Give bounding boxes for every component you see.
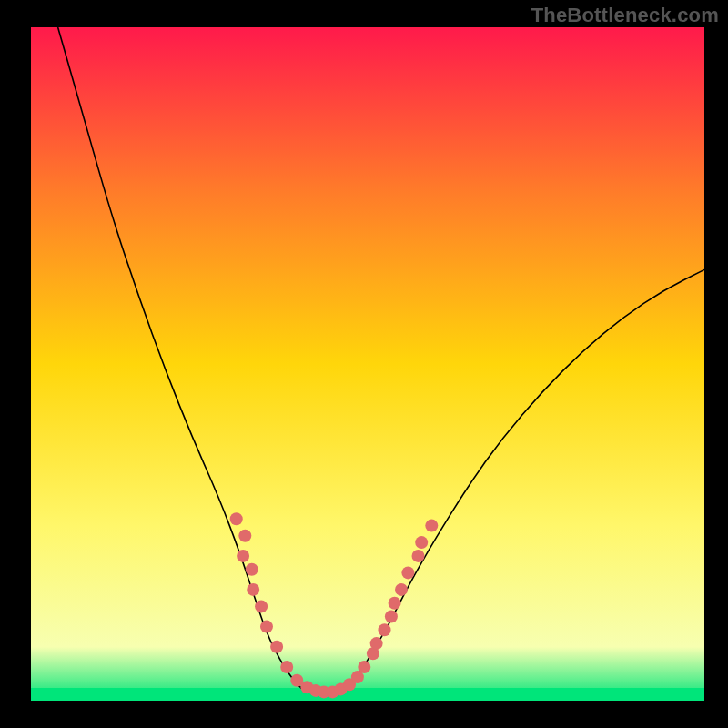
data-dot xyxy=(260,621,273,633)
data-dot xyxy=(385,611,398,623)
data-dot xyxy=(395,583,408,596)
data-dot xyxy=(270,641,283,653)
data-dot xyxy=(238,530,251,542)
data-dot xyxy=(370,637,383,650)
data-dot xyxy=(389,597,401,610)
chart-frame: TheBottleneck.com xyxy=(0,0,728,728)
data-dot xyxy=(358,661,370,673)
data-dot xyxy=(237,550,249,562)
data-dot xyxy=(379,623,391,636)
data-dot xyxy=(247,583,259,596)
data-dot xyxy=(425,520,438,532)
data-dot xyxy=(255,600,268,612)
bottleneck-chart xyxy=(0,0,728,728)
data-dot xyxy=(280,661,293,673)
gradient-background xyxy=(31,27,704,701)
watermark-text: TheBottleneck.com xyxy=(531,4,719,27)
data-dot xyxy=(401,566,414,579)
bottom-green-band xyxy=(31,688,704,701)
data-dot xyxy=(415,536,428,549)
data-dot xyxy=(412,550,425,562)
data-dot xyxy=(246,563,258,576)
data-dot xyxy=(230,512,243,525)
